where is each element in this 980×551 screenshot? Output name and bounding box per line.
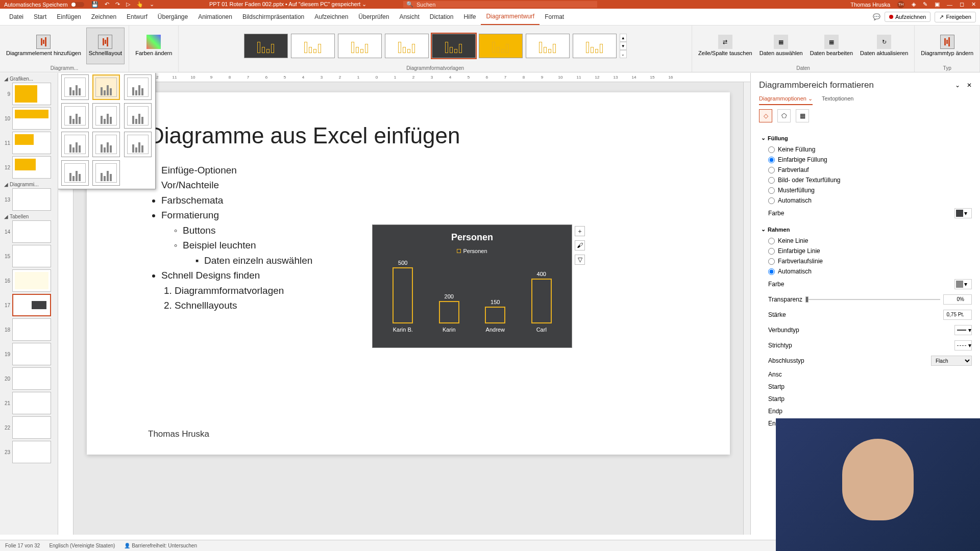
tab-diagrammentwurf[interactable]: Diagrammentwurf — [481, 9, 540, 25]
toggle-switch-icon[interactable] — [71, 2, 84, 7]
chevron-down-icon[interactable]: ⌄ — [362, 1, 366, 7]
tab-ueberpruefen[interactable]: Überprüfen — [353, 9, 394, 24]
thumbnail-panel[interactable]: ◢Grafiken... 9 10 11 12 ◢Diagrammi... 13… — [0, 73, 58, 535]
tab-hilfe[interactable]: Hilfe — [458, 9, 481, 24]
select-data-button[interactable]: ▦Daten auswählen — [757, 28, 805, 64]
subtab-text-options[interactable]: Textoptionen — [822, 95, 853, 105]
transparency-value[interactable]: 0% — [943, 294, 972, 305]
tab-zeichnen[interactable]: Zeichnen — [86, 9, 121, 24]
fill-none-radio[interactable]: Keine Füllung — [761, 144, 972, 155]
transparency-slider[interactable] — [805, 299, 940, 300]
redo-icon[interactable]: ↷ — [115, 1, 120, 8]
maximize-icon[interactable]: ◻ — [960, 1, 964, 8]
pane-options-icon[interactable]: ⌄ — [955, 82, 960, 89]
slide-thumb-13[interactable] — [12, 188, 51, 211]
autosave-toggle[interactable]: Automatisches Speichern — [4, 2, 84, 8]
slide-thumb-10[interactable] — [12, 107, 51, 130]
fill-pattern-radio[interactable]: Musterfüllung — [761, 185, 972, 195]
slide-title[interactable]: Diagramme aus Excel einfügen — [148, 123, 669, 148]
chart-styles-button[interactable]: 🖌 — [575, 240, 585, 251]
slide-thumb-19[interactable] — [12, 343, 51, 365]
tab-dictation[interactable]: Dictation — [425, 9, 459, 24]
quick-layout-3[interactable] — [124, 74, 152, 100]
quick-layout-6[interactable] — [124, 103, 152, 129]
quick-layout-9[interactable] — [124, 132, 152, 157]
tab-format[interactable]: Format — [540, 9, 569, 24]
chart-filter-button[interactable]: ▽ — [575, 255, 585, 265]
chart-column[interactable]: 150 Andrew — [480, 299, 510, 333]
refresh-data-button[interactable]: ↻Daten aktualisieren — [858, 28, 910, 64]
line-auto-radio[interactable]: Automatisch — [761, 266, 972, 277]
slide[interactable]: Diagramme aus Excel einfügen Einfüge-Opt… — [87, 92, 730, 455]
fill-auto-radio[interactable]: Automatisch — [761, 195, 972, 206]
chart-style-6[interactable] — [479, 34, 523, 58]
undo-icon[interactable]: ↶ — [105, 1, 109, 8]
touch-mode-icon[interactable]: 👆 — [136, 1, 143, 8]
canvas-scroll[interactable]: Diagramme aus Excel einfügen Einfüge-Opt… — [74, 82, 743, 535]
quick-layout-button[interactable]: Schnelllayout — [86, 28, 125, 64]
change-chart-type-button[interactable]: Diagrammtyp ändern — [919, 28, 975, 64]
tab-bildschirm[interactable]: Bildschirmpräsentation — [237, 9, 309, 24]
accessibility-check[interactable]: 👤 Barrierefreiheit: Untersuchen — [124, 543, 197, 548]
gallery-up-icon[interactable]: ▲ — [620, 34, 627, 42]
quick-layout-11[interactable] — [92, 160, 120, 186]
bullet-item[interactable]: Farbschemata — [161, 193, 669, 208]
quick-layout-1[interactable] — [61, 74, 89, 100]
start-slideshow-icon[interactable]: ▷ — [126, 1, 130, 8]
fill-gradient-radio[interactable]: Farbverlauf — [761, 165, 972, 175]
quick-layout-7[interactable] — [61, 132, 89, 157]
quick-layout-10[interactable] — [61, 160, 89, 186]
quick-layout-8[interactable] — [92, 132, 120, 157]
edit-data-button[interactable]: ▦Daten bearbeiten — [808, 28, 855, 64]
line-color-picker[interactable]: ▾ — [954, 279, 972, 289]
gallery-down-icon[interactable]: ▼ — [620, 42, 627, 50]
slide-thumb-20[interactable] — [12, 367, 51, 390]
search-box[interactable]: 🔍 — [403, 1, 597, 8]
save-icon[interactable]: 💾 — [91, 1, 99, 8]
slide-thumb-23[interactable] — [12, 441, 51, 463]
quick-layout-5[interactable] — [92, 103, 120, 129]
fill-color-picker[interactable]: ▾ — [954, 208, 972, 218]
close-pane-icon[interactable]: ✕ — [967, 82, 972, 89]
chart-style-1[interactable] — [244, 34, 288, 58]
fill-line-tab-icon[interactable]: ◇ — [759, 109, 772, 122]
subtab-chart-options[interactable]: Diagrammoptionen ⌄ — [759, 95, 813, 105]
bullet-item[interactable]: Vor/Nachteile — [161, 178, 669, 192]
tab-ansicht[interactable]: Ansicht — [394, 9, 424, 24]
slide-thumb-11[interactable] — [12, 132, 51, 154]
compound-dropdown[interactable]: ▾ — [954, 325, 972, 335]
language-indicator[interactable]: Englisch (Vereinigte Staaten) — [49, 543, 115, 548]
tab-animationen[interactable]: Animationen — [193, 9, 237, 24]
add-chart-element-button[interactable]: Diagrammelement hinzufügen — [4, 28, 83, 64]
chart-legend[interactable]: Personen — [380, 248, 565, 254]
change-colors-button[interactable]: Farben ändern — [133, 28, 174, 64]
close-icon[interactable]: ✕ — [971, 1, 976, 8]
vertical-scrollbar[interactable] — [743, 82, 750, 535]
embedded-chart[interactable]: Personen Personen 500 Karin B.200 Karin1… — [373, 225, 572, 347]
chart-column[interactable]: 400 Carl — [526, 271, 557, 333]
slide-thumb-9[interactable] — [12, 83, 51, 105]
record-button[interactable]: Aufzeichnen — [885, 12, 931, 22]
slide-thumb-16[interactable] — [12, 269, 51, 292]
chart-title[interactable]: Personen — [380, 232, 565, 243]
bullet-item[interactable]: Einfüge-Optionen — [161, 163, 669, 178]
line-gradient-radio[interactable]: Farbverlaufslinie — [761, 256, 972, 266]
slide-thumb-21[interactable] — [12, 392, 51, 414]
line-none-radio[interactable]: Keine Linie — [761, 236, 972, 246]
qat-dropdown-icon[interactable]: ⌄ — [150, 1, 154, 8]
chart-style-2[interactable] — [291, 34, 335, 58]
tab-uebergaenge[interactable]: Übergänge — [153, 9, 193, 24]
minimize-icon[interactable]: — — [947, 2, 952, 8]
tab-einfuegen[interactable]: Einfügen — [52, 9, 86, 24]
size-props-tab-icon[interactable]: ▦ — [796, 109, 809, 122]
fill-picture-radio[interactable]: Bild- oder Texturfüllung — [761, 175, 972, 185]
comments-icon[interactable]: 💬 — [873, 13, 880, 20]
cap-dropdown[interactable]: Flach — [931, 356, 972, 366]
slide-thumb-14[interactable] — [12, 220, 51, 243]
slide-thumb-15[interactable] — [12, 245, 51, 267]
chart-style-5[interactable] — [432, 34, 476, 58]
chart-bar[interactable] — [485, 307, 505, 323]
chart-bar[interactable] — [439, 301, 459, 323]
document-title[interactable]: PPT 01 Roter Faden 002.pptx • Auf "diese… — [209, 1, 366, 8]
quick-layout-4[interactable] — [61, 103, 89, 129]
